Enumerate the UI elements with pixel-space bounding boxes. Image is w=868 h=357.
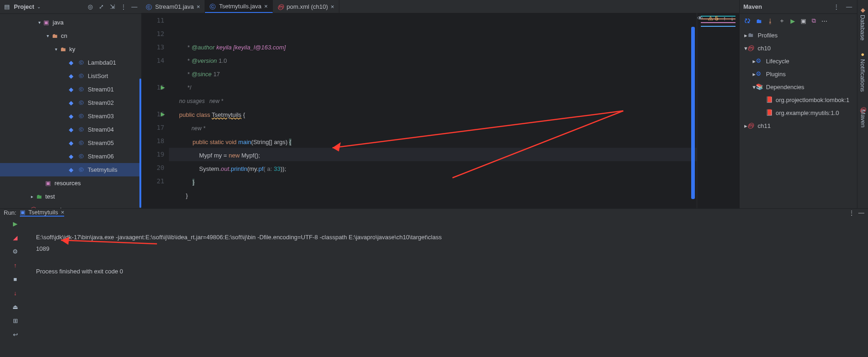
rerun-icon[interactable]: ▶: [11, 219, 19, 228]
more-icon[interactable]: ⋯: [821, 18, 827, 24]
down-icon[interactable]: ↓: [731, 15, 734, 22]
tree-file[interactable]: ◆ⓒStream02: [0, 96, 141, 109]
tree-pom[interactable]: ⓜpom.xml: [0, 203, 141, 208]
run-tab[interactable]: ▣Tsetmytuils×: [20, 209, 64, 217]
mnode-deps[interactable]: ▾📚Dependencies: [740, 80, 857, 93]
wrap-icon[interactable]: ↩: [11, 330, 19, 339]
download-icon[interactable]: ⭳: [767, 18, 773, 24]
reimport-icon[interactable]: 🗘: [744, 18, 750, 24]
close-icon[interactable]: ×: [331, 3, 334, 10]
readonly-icon[interactable]: 👁: [697, 15, 703, 22]
minimap[interactable]: [697, 13, 739, 208]
settings-icon[interactable]: ⚙: [11, 247, 19, 255]
tree-file[interactable]: ◆ⓒStream05: [0, 136, 141, 150]
tree-file[interactable]: ◆ⓒStream01: [0, 83, 141, 96]
hide-icon[interactable]: —: [845, 3, 853, 11]
expand-icon[interactable]: ⤢: [97, 3, 105, 11]
down-icon[interactable]: ↓: [11, 289, 19, 297]
more-icon[interactable]: ⋮: [119, 3, 127, 11]
project-title: Project: [14, 3, 34, 10]
stop2-icon[interactable]: ■: [11, 275, 19, 283]
tree-resources[interactable]: ▣resources: [0, 176, 141, 190]
tree-file[interactable]: ◆ⓒStream04: [0, 123, 141, 136]
maven-title: Maven: [743, 3, 762, 10]
scrollbar[interactable]: [691, 27, 695, 199]
toggle-icon[interactable]: ⧉: [812, 17, 816, 24]
tree-ky[interactable]: ▾🖿ky: [0, 42, 141, 56]
hide-icon[interactable]: —: [130, 3, 139, 11]
tree-file[interactable]: ◆ⓒStream03: [0, 109, 141, 123]
notif-tab[interactable]: ● Notifications: [858, 48, 867, 95]
tree-java[interactable]: ▾▣java: [0, 16, 141, 29]
close-icon[interactable]: ×: [61, 209, 65, 216]
tree-test[interactable]: ▸🖿test: [0, 190, 141, 203]
close-icon[interactable]: ×: [264, 3, 268, 10]
project-icon: ▤: [3, 3, 11, 11]
run-label: Run:: [4, 209, 16, 216]
hide-icon[interactable]: —: [858, 209, 864, 216]
tab-pom[interactable]: ⓜpom.xml (ch10)×: [273, 0, 339, 13]
warning-icon[interactable]: ⚠ 5: [708, 15, 718, 22]
mnode-ch10[interactable]: ▾ⓜch10: [740, 42, 857, 54]
mnode-dep2[interactable]: 📕org.example:myutils:1.0: [740, 106, 857, 119]
stop-icon[interactable]: ◢: [11, 233, 19, 242]
more-icon[interactable]: ⋮: [832, 3, 840, 11]
execute-icon[interactable]: ▣: [801, 18, 806, 24]
mnode-plugins[interactable]: ▸⚙Plugins: [740, 67, 857, 80]
up-icon[interactable]: ↑: [723, 15, 726, 22]
tree-cn[interactable]: ▾🖿cn: [0, 29, 141, 42]
collapse-icon[interactable]: ⇲: [108, 3, 116, 11]
up-icon[interactable]: ↑: [11, 261, 19, 269]
tab-tsetmytuils[interactable]: ⓒTsetmytuils.java×: [205, 0, 272, 13]
run-gutter-icon[interactable]: ▶: [161, 81, 165, 94]
exit-icon[interactable]: ⏏: [11, 303, 19, 311]
run-console[interactable]: E:\soft\jdk\jdk-17\bin\java.exe -javaage…: [30, 217, 868, 339]
close-icon[interactable]: ×: [197, 3, 200, 10]
layout-icon[interactable]: ⊞: [11, 316, 19, 325]
project-tree: ▾▣java ▾🖿cn ▾🖿ky ◆ⓒLambda01 ◆ⓒListSort ◆…: [0, 14, 141, 208]
target-icon[interactable]: ◎: [86, 3, 94, 11]
add-icon[interactable]: ＋: [779, 17, 785, 25]
tree-file[interactable]: ◆ⓒStream06: [0, 150, 141, 163]
tree-file[interactable]: ◆ⓒLambda01: [0, 56, 141, 69]
editor-tabs: ⓒStream01.java× ⓒTsetmytuils.java× ⓜpom.…: [141, 0, 739, 13]
run-icon[interactable]: ▶: [790, 18, 795, 24]
mnode-dep1[interactable]: 📕org.projectlombok:lombok:1: [740, 93, 857, 106]
tree-file[interactable]: ◆ⓒListSort: [0, 69, 141, 83]
more-icon[interactable]: ⋮: [849, 209, 855, 216]
gutter: 1112131415161718192021 ▶ ▶: [141, 13, 169, 208]
tab-stream01[interactable]: ⓒStream01.java×: [141, 0, 205, 13]
run-gutter-icon[interactable]: ▶: [161, 108, 165, 121]
mnode-lifecycle[interactable]: ▸⚙Lifecycle: [740, 54, 857, 67]
maven-tab[interactable]: ⓜ Maven: [858, 99, 868, 130]
db-tab[interactable]: ◆ Database: [858, 4, 867, 43]
chevron-down-icon[interactable]: ⌄: [37, 4, 41, 9]
code-editor[interactable]: * @author keyila [keyila_l@163.com] * @v…: [169, 13, 697, 208]
tree-file-selected[interactable]: ◆ⓒTsetmytuils: [0, 163, 141, 176]
mnode-profiles[interactable]: ▸🖿Profiles: [740, 29, 857, 42]
generate-icon[interactable]: 🖿: [756, 18, 762, 24]
mnode-ch11[interactable]: ▸ⓜch11: [740, 119, 857, 132]
maven-tree: ▸🖿Profiles ▾ⓜch10 ▸⚙Lifecycle ▸⚙Plugins …: [740, 28, 857, 208]
